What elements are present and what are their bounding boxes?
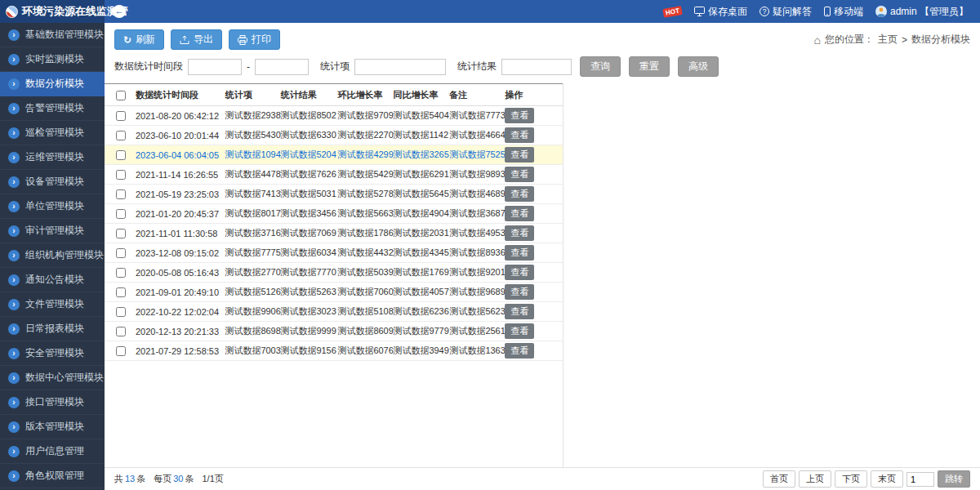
cell-time: 2020-12-13 20:21:33 [132,327,221,336]
stat-result-input[interactable] [501,59,572,75]
cell-result: 测试数据7770 [277,266,334,278]
back-circle-icon[interactable]: ← [113,5,126,18]
sidebar-item[interactable]: ›文件管理模块 [0,292,105,317]
view-button[interactable]: 查看 [505,206,534,221]
view-button[interactable]: 查看 [505,147,534,163]
row-checkbox[interactable] [116,248,126,258]
sidebar-item[interactable]: ›用户信息管理 [0,439,105,464]
view-button[interactable]: 查看 [505,284,534,300]
sidebar-item-label: 角色权限管理 [25,469,84,483]
sidebar-item-label: 实时监测模块 [25,52,84,66]
cell-yoy: 测试数据4057 [390,286,446,298]
col-note: 备注 [446,89,501,101]
search-button[interactable]: 查询 [580,56,621,77]
select-all-checkbox[interactable] [116,91,126,100]
sidebar-item[interactable]: ›数据分析模块 [0,72,105,96]
jump-page-input[interactable] [906,472,934,487]
cell-item: 测试数据5126 [221,286,277,298]
sidebar-item[interactable]: ›安全管理模块 [0,341,105,366]
nav-item-save-desktop[interactable]: 保存桌面 [694,5,747,19]
page-button[interactable]: 首页 [763,470,795,488]
desktop-icon [694,7,705,16]
row-checkbox[interactable] [116,209,126,219]
page-button[interactable]: 下页 [835,470,867,488]
cell-yoy: 测试数据6236 [390,305,446,318]
nav-label: 移动端 [834,5,863,19]
sidebar-item[interactable]: ›单位管理模块 [0,194,105,219]
cell-result: 测试数据7069 [277,227,334,239]
stat-item-input[interactable] [354,59,446,75]
chevron-circle-icon: › [8,348,20,359]
export-button[interactable]: 导出 [171,29,222,50]
per-page-suffix: 条 [185,474,194,483]
sidebar-item-label: 文件管理模块 [25,297,84,311]
row-checkbox[interactable] [116,327,126,336]
reset-button[interactable]: 重置 [629,56,670,77]
sidebar-item[interactable]: ›角色权限管理 [0,464,105,488]
print-label: 打印 [252,33,271,47]
page-button[interactable]: 上页 [799,470,831,488]
sidebar-item[interactable]: ›实时监测模块 [0,47,105,72]
row-checkbox[interactable] [116,346,126,356]
row-checkbox[interactable] [116,189,126,199]
view-button[interactable]: 查看 [505,127,534,143]
row-checkbox[interactable] [116,287,126,297]
sidebar-item[interactable]: ›数据中心管理模块 [0,366,105,390]
sidebar-item-label: 告警管理模块 [25,101,84,115]
sidebar-item[interactable]: ›接口管理模块 [0,390,105,415]
cell-time: 2021-07-29 12:58:53 [132,346,221,356]
refresh-button[interactable]: ↻ 刷新 [114,29,164,50]
print-button[interactable]: 打印 [229,29,280,50]
cell-note: 测试数据9689 [446,286,501,298]
row-checkbox[interactable] [116,150,126,160]
row-checkbox[interactable] [116,268,126,278]
time-start-input[interactable] [188,59,242,75]
row-checkbox[interactable] [116,170,126,180]
sidebar-item[interactable]: ›告警管理模块 [0,96,105,121]
sidebar-item[interactable]: ›运维管理模块 [0,145,105,170]
cell-mom: 测试数据5278 [334,188,390,200]
view-button[interactable]: 查看 [505,343,534,359]
sidebar-item[interactable]: ›版本管理模块 [0,415,105,439]
row-checkbox[interactable] [116,229,126,238]
sidebar-item[interactable]: ›基础数据管理模块 [0,23,105,47]
view-button[interactable]: 查看 [505,323,534,339]
cell-item: 测试数据1094 [221,149,277,161]
view-button[interactable]: 查看 [505,245,534,261]
row-checkbox[interactable] [116,111,126,121]
sidebar-item[interactable]: ›通知公告模块 [0,268,105,292]
cell-yoy: 测试数据4345 [390,247,446,259]
cell-yoy: 测试数据5404 [390,109,446,122]
chevron-circle-icon: › [8,103,20,114]
sidebar-item[interactable]: ›设备管理模块 [0,170,105,194]
cell-note: 测试数据7773 [446,109,501,122]
nav-item-mobile[interactable]: 移动端 [824,5,863,19]
row-checkbox[interactable] [116,307,126,317]
sidebar-item[interactable]: ›组织机构管理模块 [0,243,105,268]
sidebar-item-label: 审计管理模块 [25,224,84,238]
table-row: 2021-08-20 06:42:12测试数据2938测试数据8502测试数据9… [105,106,563,126]
table-row: 2022-10-22 12:02:04测试数据9906测试数据3023测试数据5… [105,302,563,322]
sidebar-item[interactable]: ›日常报表模块 [0,317,105,341]
page-button[interactable]: 末页 [871,470,903,488]
view-button[interactable]: 查看 [505,225,534,241]
sidebar-item[interactable]: ›巡检管理模块 [0,121,105,145]
breadcrumb-home[interactable]: 主页 [878,33,898,47]
view-button[interactable]: 查看 [505,167,534,182]
view-button[interactable]: 查看 [505,265,534,280]
nav-item-user[interactable]: admin 【管理员】 [875,5,969,19]
jump-button[interactable]: 跳转 [938,470,970,488]
nav-item-help[interactable]: ? 疑问解答 [760,5,812,19]
row-checkbox[interactable] [116,131,126,140]
cell-mom: 测试数据4432 [334,247,390,259]
time-end-input[interactable] [255,59,309,75]
sidebar-item[interactable]: ›审计管理模块 [0,219,105,243]
view-button[interactable]: 查看 [505,186,534,202]
advanced-button[interactable]: 高级 [678,56,719,77]
cell-note: 测试数据4689 [446,188,501,200]
chevron-circle-icon: › [8,299,20,310]
view-button[interactable]: 查看 [505,108,534,123]
cell-mom: 测试数据5663 [334,207,390,220]
chevron-circle-icon: › [8,323,20,335]
view-button[interactable]: 查看 [505,304,534,319]
